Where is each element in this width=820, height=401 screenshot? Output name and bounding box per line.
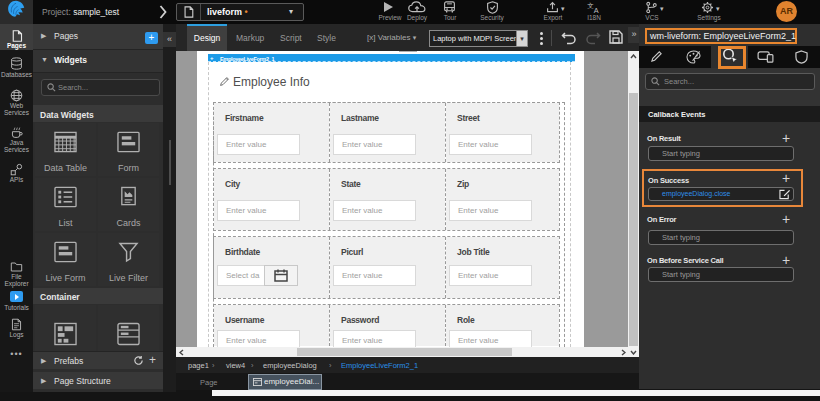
svg-text:A: A (594, 6, 599, 14)
